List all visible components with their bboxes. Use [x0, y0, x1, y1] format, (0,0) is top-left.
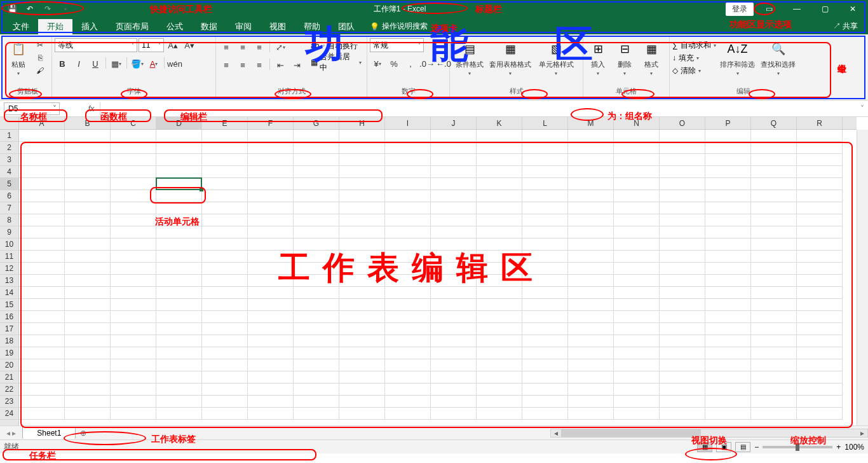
cell-Q17[interactable]	[751, 323, 797, 335]
cell-Q2[interactable]	[751, 142, 797, 154]
login-button[interactable]: 登录	[726, 3, 754, 16]
cell-K15[interactable]	[477, 299, 522, 311]
row-header-21[interactable]: 21	[0, 371, 18, 384]
cell-H8[interactable]	[339, 214, 385, 226]
cell-M11[interactable]	[568, 251, 614, 263]
cell-C10[interactable]	[111, 238, 156, 251]
cell-G12[interactable]	[294, 263, 339, 275]
cell-N10[interactable]	[614, 238, 660, 251]
cell-P7[interactable]	[705, 202, 751, 214]
cell-F21[interactable]	[248, 371, 294, 384]
row-header-14[interactable]: 14	[0, 287, 18, 299]
cell-G3[interactable]	[294, 154, 339, 166]
cell-E19[interactable]	[202, 347, 248, 359]
cell-K16[interactable]	[477, 311, 522, 323]
row-header-1[interactable]: 1	[0, 130, 18, 142]
cell-I24[interactable]	[385, 408, 431, 420]
cell-I2[interactable]	[385, 142, 431, 154]
cell-K23[interactable]	[477, 396, 522, 408]
cell-Q4[interactable]	[751, 166, 797, 178]
cell-D22[interactable]	[156, 384, 202, 396]
cell-F22[interactable]	[248, 384, 294, 396]
format-painter-icon[interactable]: 🖌	[33, 65, 47, 76]
cell-J23[interactable]	[431, 396, 477, 408]
cell-L2[interactable]	[522, 142, 568, 154]
font-color-icon[interactable]: A▾	[146, 57, 161, 70]
zoom-in-button[interactable]: +	[836, 443, 841, 452]
ribbon-tab-公式[interactable]: 公式	[158, 19, 192, 34]
cell-R12[interactable]	[797, 263, 843, 275]
cell-P6[interactable]	[705, 190, 751, 202]
italic-button[interactable]: I	[71, 57, 86, 70]
cell-M24[interactable]	[568, 408, 614, 420]
cell-H1[interactable]	[339, 130, 385, 142]
align-center-icon[interactable]: ≡	[235, 59, 250, 71]
cell-L23[interactable]	[522, 396, 568, 408]
col-header-O[interactable]: O	[660, 117, 705, 129]
row-header-2[interactable]: 2	[0, 142, 18, 154]
cell-J3[interactable]	[431, 154, 477, 166]
row-header-18[interactable]: 18	[0, 335, 18, 347]
cell-J14[interactable]	[431, 287, 477, 299]
cell-P3[interactable]	[705, 154, 751, 166]
cell-O9[interactable]	[660, 226, 705, 238]
border-icon[interactable]: ▦▾	[109, 57, 124, 70]
cell-O24[interactable]	[660, 408, 705, 420]
fill-color-icon[interactable]: 🪣▾	[130, 57, 145, 70]
cell-A21[interactable]	[19, 371, 65, 384]
save-icon[interactable]: 💾	[4, 2, 20, 16]
row-header-17[interactable]: 17	[0, 323, 18, 335]
cell-N17[interactable]	[614, 323, 660, 335]
cell-A11[interactable]	[19, 251, 65, 263]
cell-Q3[interactable]	[751, 154, 797, 166]
cell-D15[interactable]	[156, 299, 202, 311]
cell-O20[interactable]	[660, 359, 705, 371]
cell-D8[interactable]	[156, 214, 202, 226]
cell-E18[interactable]	[202, 335, 248, 347]
row-header-13[interactable]: 13	[0, 275, 18, 287]
cell-K20[interactable]	[477, 359, 522, 371]
cell-M20[interactable]	[568, 359, 614, 371]
cell-F11[interactable]	[248, 251, 294, 263]
cell-J17[interactable]	[431, 323, 477, 335]
row-header-24[interactable]: 24	[0, 408, 18, 420]
cell-O16[interactable]	[660, 311, 705, 323]
cell-I15[interactable]	[385, 299, 431, 311]
ribbon-tab-数据[interactable]: 数据	[192, 19, 226, 34]
cell-L6[interactable]	[522, 190, 568, 202]
cell-R5[interactable]	[797, 178, 843, 190]
cell-E11[interactable]	[202, 251, 248, 263]
cell-N13[interactable]	[614, 275, 660, 287]
cell-E22[interactable]	[202, 384, 248, 396]
cell-E13[interactable]	[202, 275, 248, 287]
cell-C24[interactable]	[111, 408, 156, 420]
cell-F5[interactable]	[248, 178, 294, 190]
find-select-button[interactable]: 🔍 查找和选择▾	[759, 38, 797, 76]
cell-P5[interactable]	[705, 178, 751, 190]
cell-C21[interactable]	[111, 371, 156, 384]
cell-E3[interactable]	[202, 154, 248, 166]
ribbon-tab-开始[interactable]: 开始	[38, 19, 72, 34]
cell-L11[interactable]	[522, 251, 568, 263]
fill-button[interactable]: ↓ 填充▾	[672, 52, 716, 64]
cell-J20[interactable]	[431, 359, 477, 371]
cell-R17[interactable]	[797, 323, 843, 335]
conditional-format-button[interactable]: ▤ 条件格式▾	[452, 38, 487, 76]
insert-cells-button[interactable]: ⊞ 插入▾	[586, 38, 610, 76]
cell-A2[interactable]	[19, 142, 65, 154]
cell-O7[interactable]	[660, 202, 705, 214]
cell-N24[interactable]	[614, 408, 660, 420]
cell-C19[interactable]	[111, 347, 156, 359]
cell-B10[interactable]	[65, 238, 111, 251]
cell-L7[interactable]	[522, 202, 568, 214]
cell-H18[interactable]	[339, 335, 385, 347]
formula-input[interactable]	[100, 102, 857, 115]
col-header-Q[interactable]: Q	[751, 117, 797, 129]
cell-F24[interactable]	[248, 408, 294, 420]
cell-G5[interactable]	[294, 178, 339, 190]
cell-E21[interactable]	[202, 371, 248, 384]
col-header-M[interactable]: M	[568, 117, 614, 129]
cell-K9[interactable]	[477, 226, 522, 238]
cell-O17[interactable]	[660, 323, 705, 335]
cell-D19[interactable]	[156, 347, 202, 359]
